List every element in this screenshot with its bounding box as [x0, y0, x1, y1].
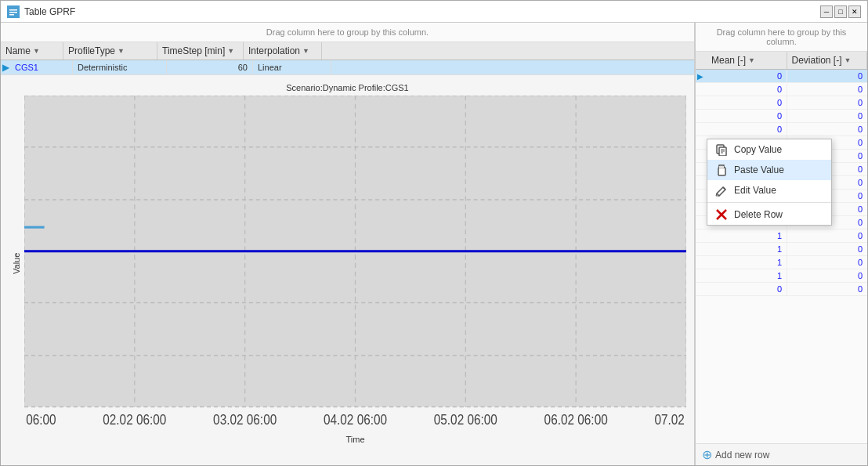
right-cell-mean-2: 0 [707, 96, 787, 109]
maximize-button[interactable]: □ [834, 5, 847, 18]
right-panel: Drag column here to group by this column… [695, 23, 867, 465]
right-col-header-mean[interactable]: Mean [-] ▼ [707, 52, 787, 69]
delete-row-icon [715, 208, 728, 221]
col-header-interpolation[interactable]: Interpolation ▼ [244, 42, 322, 60]
right-cell-dev-12: 0 [787, 229, 867, 242]
right-cell-mean-15: 1 [707, 269, 787, 282]
svg-text:07.02 06:00: 07.02 06:00 [654, 412, 686, 428]
cell-name: CGS1 [10, 60, 73, 74]
svg-rect-2 [9, 12, 17, 13]
sort-icon-timestep: ▼ [227, 47, 234, 55]
svg-rect-3 [9, 14, 14, 16]
svg-rect-1 [9, 9, 17, 11]
right-table-header: Mean [-] ▼ Deviation [-] ▼ [696, 52, 867, 70]
menu-item-delete-row[interactable]: Delete Row [707, 204, 831, 225]
table-row[interactable]: ▶ CGS1 Deterministic 60 Linear [1, 60, 694, 75]
copy-value-icon [715, 143, 728, 156]
right-cell-dev-0: 0 [787, 70, 867, 82]
svg-text:02.02 06:00: 02.02 06:00 [103, 412, 166, 428]
right-cell-mean-1: 0 [707, 83, 787, 96]
right-cell-mean-14: 1 [707, 256, 787, 269]
chart-svg: 2 1.67 1.33 1 0.67 0.33 0 01.02 06:00 02… [24, 96, 686, 431]
right-cell-dev-2: 0 [787, 96, 867, 109]
x-axis-label: Time [24, 435, 686, 444]
menu-item-edit-value[interactable]: Edit Value [707, 180, 831, 200]
right-table-row[interactable]: 1 0 [696, 243, 867, 256]
right-table-row[interactable]: 1 0 [696, 269, 867, 283]
window-title: Table GPRF [24, 6, 816, 17]
col-header-timestep[interactable]: TimeStep [min] ▼ [157, 42, 244, 60]
cell-profiletype: Deterministic [73, 60, 167, 74]
add-row-label: Add new row [715, 450, 769, 461]
col-header-profiletype[interactable]: ProfileType ▼ [63, 42, 157, 60]
right-col-header-deviation[interactable]: Deviation [-] ▼ [787, 52, 868, 69]
window-controls: ─ □ ✕ [820, 5, 861, 18]
right-table-row[interactable]: ▶ 0 0 [696, 70, 867, 83]
right-table-row[interactable]: 0 0 [696, 283, 867, 296]
chart-title: Scenario:Dynamic Profile:CGS1 [9, 83, 686, 92]
right-cell-dev-1: 0 [787, 83, 867, 96]
sort-icon-interp: ▼ [302, 47, 309, 55]
svg-text:04.02 06:00: 04.02 06:00 [324, 412, 387, 428]
svg-text:03.02 06:00: 03.02 06:00 [213, 412, 277, 428]
right-data-rows: ▶ 0 0 0 0 0 0 [696, 70, 867, 443]
right-table-row[interactable]: 1 0 [696, 256, 867, 269]
right-cell-dev-3: 0 [787, 110, 867, 122]
main-content: Drag column here to group by this column… [1, 23, 867, 465]
sort-icon-name: ▼ [33, 47, 40, 55]
right-table-row[interactable]: 0 0 [696, 83, 867, 96]
add-row-icon: ⊕ [702, 447, 712, 462]
right-cell-dev-16: 0 [787, 283, 867, 295]
edit-value-label: Edit Value [734, 185, 776, 196]
cell-interpolation: Linear [253, 60, 331, 74]
main-window: Table GPRF ─ □ ✕ Drag column here to gro… [0, 0, 868, 466]
row-indicator: ▶ [1, 63, 10, 73]
svg-rect-42 [719, 166, 724, 169]
paste-value-label: Paste Value [734, 164, 784, 175]
svg-text:05.02 06:00: 05.02 06:00 [434, 412, 497, 428]
paste-value-icon [715, 164, 728, 176]
right-cell-mean-16: 0 [707, 283, 787, 295]
title-bar: Table GPRF ─ □ ✕ [1, 1, 867, 23]
window-icon [7, 5, 20, 18]
menu-separator [707, 202, 831, 203]
right-cell-mean-12: 1 [707, 229, 787, 242]
right-table-row[interactable]: 0 0 [696, 110, 867, 123]
edit-value-icon [715, 184, 728, 197]
right-cell-dev-15: 0 [787, 269, 867, 282]
right-cell-mean-3: 0 [707, 110, 787, 122]
chart-area: Scenario:Dynamic Profile:CGS1 Value [1, 75, 694, 465]
y-axis-label: Value [9, 96, 24, 431]
menu-item-copy-value[interactable]: Copy Value [707, 139, 831, 160]
right-cell-dev-14: 0 [787, 256, 867, 269]
left-panel: Drag column here to group by this column… [1, 23, 695, 465]
svg-line-43 [723, 187, 725, 190]
add-new-row-button[interactable]: ⊕ Add new row [696, 443, 867, 465]
copy-value-label: Copy Value [734, 144, 782, 155]
right-sort-icon-deviation: ▼ [844, 56, 852, 64]
menu-item-paste-value[interactable]: Paste Value [707, 160, 831, 180]
right-cell-mean-4: 0 [707, 123, 787, 135]
right-table-row[interactable]: 0 0 [696, 123, 867, 136]
sort-icon-profile: ▼ [118, 47, 125, 55]
svg-text:06.02 06:00: 06.02 06:00 [544, 412, 608, 428]
left-table-header: Name ▼ ProfileType ▼ TimeStep [min] ▼ In… [1, 42, 694, 60]
close-button[interactable]: ✕ [848, 5, 861, 18]
right-table-row[interactable]: 1 0 [696, 229, 867, 243]
right-cell-dev-13: 0 [787, 243, 867, 255]
right-cell-dev-4: 0 [787, 123, 867, 135]
left-drag-hint: Drag column here to group by this column… [1, 23, 694, 42]
right-sort-icon-mean: ▼ [748, 56, 755, 64]
svg-text:01.02 06:00: 01.02 06:00 [24, 412, 56, 428]
delete-row-label: Delete Row [734, 209, 783, 220]
minimize-button[interactable]: ─ [820, 5, 833, 18]
right-table-row[interactable]: 0 0 [696, 96, 867, 110]
chart-inner: 2 1.67 1.33 1 0.67 0.33 0 01.02 06:00 02… [24, 96, 686, 431]
right-drag-hint: Drag column here to group by this column… [696, 23, 867, 52]
context-menu: Copy Value Paste Value Edit Value [707, 139, 832, 226]
cell-timestep: 60 [167, 60, 253, 74]
right-cell-mean-13: 1 [707, 243, 787, 255]
chart-container: Value [9, 96, 686, 431]
right-cell-mean-0: 0 [707, 70, 787, 82]
col-header-name[interactable]: Name ▼ [1, 42, 63, 60]
